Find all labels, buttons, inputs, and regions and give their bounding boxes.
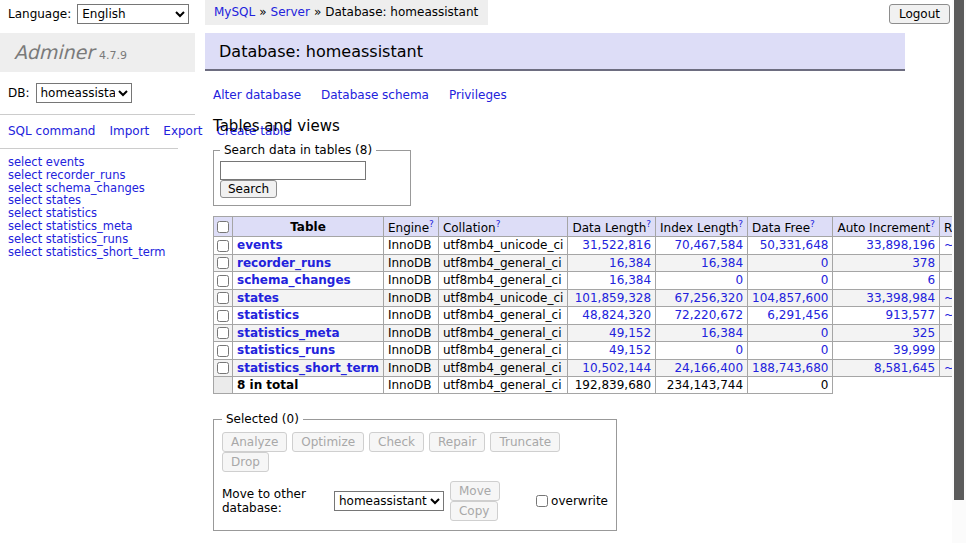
- collation-cell: utf8mb4_general_ci: [438, 359, 568, 377]
- table-name-cell: events: [233, 237, 384, 255]
- truncate-button[interactable]: Truncate: [490, 432, 560, 452]
- index-length-cell[interactable]: 70,467,584: [656, 237, 748, 255]
- auto-increment-cell[interactable]: 913,577: [833, 307, 940, 325]
- row-checkbox[interactable]: [217, 292, 229, 304]
- column-help-link[interactable]: ?: [930, 219, 935, 229]
- data-free-cell[interactable]: 104,857,600: [748, 289, 833, 307]
- breadcrumb-separator: »: [314, 5, 321, 19]
- data-length-cell[interactable]: 16,384: [568, 272, 656, 290]
- sidebar-table-link[interactable]: select statistics_runs: [8, 233, 195, 246]
- select-all-checkbox[interactable]: [217, 221, 229, 233]
- overwrite-checkbox[interactable]: [536, 495, 548, 507]
- column-help-link[interactable]: ?: [646, 219, 651, 229]
- engine-cell: InnoDB: [383, 272, 438, 290]
- move-copy-buttons: MoveCopy: [450, 481, 528, 521]
- copy-button[interactable]: Copy: [450, 501, 498, 521]
- column-help-link[interactable]: ?: [496, 219, 501, 229]
- search-input[interactable]: [220, 161, 366, 180]
- overwrite-label: overwrite: [551, 494, 608, 508]
- totals-engine-cell: InnoDB: [383, 377, 438, 394]
- database-action-link[interactable]: Alter database: [213, 88, 301, 102]
- data-free-cell[interactable]: 0: [748, 254, 833, 272]
- table-name-link[interactable]: events: [237, 238, 283, 252]
- column-header-label: Auto Increment: [837, 221, 930, 235]
- column-header-label: Data Free: [752, 221, 810, 235]
- data-length-cell[interactable]: 48,824,320: [568, 307, 656, 325]
- index-length-cell[interactable]: 0: [656, 272, 748, 290]
- table-name-link[interactable]: recorder_runs: [237, 256, 331, 270]
- db-select[interactable]: homeassistant: [36, 83, 132, 103]
- database-action-link[interactable]: Database schema: [321, 88, 429, 102]
- analyze-button[interactable]: Analyze: [222, 432, 287, 452]
- auto-increment-cell[interactable]: 8,581,645: [833, 359, 940, 377]
- search-button[interactable]: Search: [220, 180, 277, 198]
- table-name-link[interactable]: statistics_runs: [237, 343, 335, 357]
- move-db-select[interactable]: homeassistant: [334, 491, 444, 511]
- logout-button[interactable]: Logout: [889, 4, 950, 24]
- data-free-cell[interactable]: 188,743,680: [748, 359, 833, 377]
- sidebar-action-link[interactable]: Export: [163, 124, 202, 138]
- sidebar-table-link[interactable]: select statistics_meta: [8, 220, 195, 233]
- table-name-link[interactable]: states: [237, 291, 279, 305]
- move-button[interactable]: Move: [450, 481, 500, 501]
- index-length-cell[interactable]: 16,384: [656, 254, 748, 272]
- data-free-cell[interactable]: 0: [748, 272, 833, 290]
- data-length-cell[interactable]: 49,152: [568, 342, 656, 360]
- repair-button[interactable]: Repair: [429, 432, 485, 452]
- sidebar-action-link[interactable]: SQL command: [8, 124, 95, 138]
- data-length-cell[interactable]: 10,502,144: [568, 359, 656, 377]
- table-name-link[interactable]: schema_changes: [237, 273, 351, 287]
- auto-increment-cell[interactable]: 6: [833, 272, 940, 290]
- row-checkbox[interactable]: [217, 240, 229, 252]
- scrollbar-thumb[interactable]: [954, 0, 964, 500]
- row-checkbox[interactable]: [217, 310, 229, 322]
- check-button[interactable]: Check: [369, 432, 424, 452]
- sidebar-table-link[interactable]: select events: [8, 156, 195, 169]
- auto-increment-cell[interactable]: 33,398,984: [833, 289, 940, 307]
- data-free-cell[interactable]: 6,291,456: [748, 307, 833, 325]
- row-checkbox[interactable]: [217, 345, 229, 357]
- table-name-link[interactable]: statistics: [237, 308, 299, 322]
- row-checkbox[interactable]: [217, 362, 229, 374]
- row-checkbox[interactable]: [217, 257, 229, 269]
- table-name-link[interactable]: statistics_short_term: [237, 361, 379, 375]
- index-length-cell[interactable]: 67,256,320: [656, 289, 748, 307]
- data-length-cell[interactable]: 31,522,816: [568, 237, 656, 255]
- data-length-cell[interactable]: 16,384: [568, 254, 656, 272]
- row-checkbox[interactable]: [217, 275, 229, 287]
- column-help-link[interactable]: ?: [810, 219, 815, 229]
- data-free-cell[interactable]: 50,331,648: [748, 237, 833, 255]
- vertical-scrollbar[interactable]: [952, 0, 966, 543]
- sidebar-action-link[interactable]: Import: [109, 124, 149, 138]
- breadcrumb: MySQL»Server»Database: homeassistant: [205, 0, 488, 25]
- table-name-cell: statistics_runs: [233, 342, 384, 360]
- data-length-cell[interactable]: 101,859,328: [568, 289, 656, 307]
- auto-increment-cell[interactable]: 378: [833, 254, 940, 272]
- data-length-cell[interactable]: 49,152: [568, 324, 656, 342]
- data-free-cell[interactable]: 0: [748, 342, 833, 360]
- auto-increment-cell[interactable]: 39,999: [833, 342, 940, 360]
- index-length-cell[interactable]: 72,220,672: [656, 307, 748, 325]
- table-name-link[interactable]: statistics_meta: [237, 326, 340, 340]
- optimize-button[interactable]: Optimize: [292, 432, 364, 452]
- database-action-link[interactable]: Privileges: [449, 88, 507, 102]
- row-checkbox-cell: [214, 307, 233, 325]
- column-header: Table: [233, 217, 384, 237]
- column-help-link[interactable]: ?: [738, 219, 743, 229]
- column-help-link[interactable]: ?: [429, 219, 434, 229]
- drop-button[interactable]: Drop: [222, 452, 269, 472]
- breadcrumb-link[interactable]: Server: [271, 5, 310, 19]
- auto-increment-cell[interactable]: 325: [833, 324, 940, 342]
- overwrite-wrap: overwrite: [536, 494, 608, 508]
- breadcrumb-link[interactable]: MySQL: [214, 5, 255, 19]
- row-checkbox[interactable]: [217, 327, 229, 339]
- sidebar-table-link[interactable]: select recorder_runs: [8, 169, 195, 182]
- engine-cell: InnoDB: [383, 307, 438, 325]
- language-select[interactable]: English: [77, 4, 189, 24]
- data-free-cell[interactable]: 0: [748, 324, 833, 342]
- auto-increment-cell[interactable]: 33,898,196: [833, 237, 940, 255]
- index-length-cell[interactable]: 16,384: [656, 324, 748, 342]
- sidebar-table-link[interactable]: select statistics_short_term: [8, 246, 195, 259]
- index-length-cell[interactable]: 0: [656, 342, 748, 360]
- index-length-cell[interactable]: 24,166,400: [656, 359, 748, 377]
